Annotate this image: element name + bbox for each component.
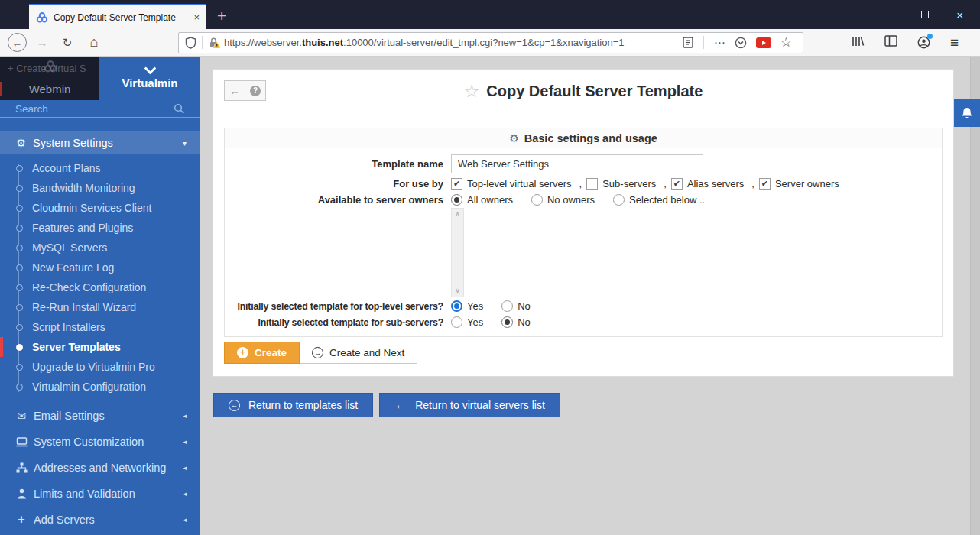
page-actions-icon[interactable]: ⋯: [714, 36, 725, 50]
available-to-owners-row: Available to server owners All owners No…: [225, 192, 942, 208]
system-settings-items: Account Plans Bandwidth Monitoring Cloud…: [0, 154, 200, 403]
create-and-next-button[interactable]: → Create and Next: [300, 342, 417, 364]
option-label: Top-level virtual servers: [467, 178, 572, 190]
initial-sub-servers-row: Initially selected template for sub-serv…: [225, 314, 942, 330]
arrow-right-circle-icon: →: [312, 347, 323, 358]
sidebar-item-features-and-plugins[interactable]: Features and Plugins: [0, 218, 200, 238]
sidebar-item-account-plans[interactable]: Account Plans: [0, 158, 200, 178]
return-to-virtual-servers-button[interactable]: ← Return to virtual servers list: [379, 393, 560, 417]
sidebar-item-virtualmin-configuration[interactable]: Virtualmin Configuration: [0, 377, 200, 397]
item-label: MySQL Servers: [32, 242, 107, 254]
browser-window: Copy Default Server Template – × + × ← →…: [0, 0, 980, 535]
return-to-templates-button[interactable]: ← Return to templates list: [213, 393, 373, 417]
sidebar-item-recheck-configuration[interactable]: Re-Check Configuration: [0, 277, 200, 297]
maximize-button[interactable]: [921, 11, 929, 18]
notifications-tab[interactable]: [954, 99, 980, 127]
item-label: Virtualmin Configuration: [32, 381, 146, 393]
sidebar-item-cloudmin-services-client[interactable]: Cloudmin Services Client: [0, 198, 200, 218]
option-label: Yes: [467, 300, 483, 312]
page-scrollbar[interactable]: [970, 57, 980, 535]
sidebar-item-mysql-servers[interactable]: MySQL Servers: [0, 238, 200, 258]
sidebar-item-server-templates[interactable]: Server Templates: [0, 337, 200, 357]
home-button[interactable]: ⌂: [83, 34, 105, 50]
panel-header: ← ? ☆ Copy Default Server Template: [213, 70, 953, 112]
footer-buttons: ← Return to templates list ← Return to v…: [213, 393, 954, 417]
section-header: ⚙ Basic settings and usage: [225, 128, 942, 148]
sidebar-item-rerun-install-wizard[interactable]: Re-Run Install Wizard: [0, 297, 200, 317]
forward-button[interactable]: →: [33, 36, 51, 49]
separator: ,: [664, 178, 667, 190]
create-button[interactable]: + Create: [224, 342, 300, 364]
initial-top-level-row: Initially selected template for top-leve…: [225, 298, 942, 314]
radio-no-owners[interactable]: No owners: [531, 194, 595, 206]
sidebar-item-addresses-and-networking[interactable]: Addresses and Networking ◂: [0, 455, 200, 481]
option-label: Sub-servers: [602, 178, 656, 190]
checkbox-sub-servers[interactable]: Sub-servers: [586, 178, 656, 190]
account-icon[interactable]: [917, 36, 930, 49]
option-label: Server owners: [775, 178, 839, 190]
radio-sub-no[interactable]: No: [501, 316, 531, 328]
scroll-up-icon[interactable]: ∧: [455, 211, 460, 218]
reader-view-icon[interactable]: [683, 37, 693, 48]
tab-close-icon[interactable]: ×: [193, 11, 200, 23]
favorite-star-icon[interactable]: ☆: [464, 81, 480, 102]
shield-icon[interactable]: [185, 37, 196, 49]
red-accent-sliver: [0, 82, 2, 96]
browser-tab[interactable]: Copy Default Server Template – ×: [29, 4, 206, 29]
caret-left-icon: ◂: [183, 438, 187, 446]
page-title: ☆ Copy Default Server Template: [213, 70, 953, 112]
return-templates-label: Return to templates list: [248, 399, 358, 411]
radio-icon: [451, 316, 462, 328]
sidebar-item-new-feature-log[interactable]: New Feature Log: [0, 258, 200, 277]
library-icon[interactable]: [851, 35, 865, 50]
radio-selected-below[interactable]: Selected below ..: [613, 194, 705, 206]
new-tab-button[interactable]: +: [217, 8, 226, 24]
template-form: Template name For use by ✔Top-level virt…: [225, 148, 942, 336]
section-title: Basic settings and usage: [524, 132, 657, 144]
checkbox-server-owners[interactable]: ✔Server owners: [759, 178, 839, 190]
youtube-icon[interactable]: [756, 37, 771, 48]
url-bar[interactable]: https://webserver.thuis.net:10000/virtua…: [178, 32, 803, 54]
radio-all-owners[interactable]: All owners: [451, 194, 513, 206]
sidebar-item-bandwidth-monitoring[interactable]: Bandwidth Monitoring: [0, 178, 200, 198]
owners-listbox-scrollbar[interactable]: ∧ ∨: [451, 208, 464, 297]
sidebar-item-limits-and-validation[interactable]: Limits and Validation ◂: [0, 481, 200, 507]
sidebar-item-upgrade-to-virtualmin-pro[interactable]: Upgrade to Virtualmin Pro: [0, 357, 200, 377]
bell-icon: [961, 107, 973, 120]
radio-top-level-yes[interactable]: Yes: [451, 300, 483, 312]
sidebar-item-system-settings[interactable]: ⚙ System Settings ▾: [0, 131, 200, 154]
sidebar-item-script-installers[interactable]: Script Installers: [0, 317, 200, 337]
sidebar-search[interactable]: Search: [0, 100, 200, 118]
reload-button[interactable]: ↻: [57, 36, 77, 50]
sidebar-item-add-servers[interactable]: + Add Servers ◂: [0, 507, 200, 533]
page-title-text: Copy Default Server Template: [486, 83, 703, 100]
checkbox-alias-servers[interactable]: ✔Alias servers: [671, 178, 744, 190]
menu-icon[interactable]: ≡: [950, 34, 959, 51]
sidebar-item-system-customization[interactable]: System Customization ◂: [0, 429, 200, 455]
close-button[interactable]: ×: [956, 9, 963, 21]
checkbox-top-level-virtual-servers[interactable]: ✔Top-level virtual servers: [451, 178, 572, 190]
template-name-input[interactable]: [451, 154, 703, 173]
bookmark-star-icon[interactable]: ☆: [780, 34, 792, 50]
scroll-down-icon[interactable]: ∨: [455, 287, 460, 294]
virtualmin-tab[interactable]: Virtualmin: [99, 57, 200, 100]
radio-sub-yes[interactable]: Yes: [451, 316, 483, 328]
help-button[interactable]: ?: [245, 80, 266, 101]
sidebar-toggle-icon[interactable]: [884, 35, 897, 50]
item-label: Account Plans: [32, 162, 101, 174]
minimize-button[interactable]: [884, 15, 894, 15]
back-page-button[interactable]: ←: [224, 80, 245, 101]
lock-warning-icon[interactable]: [208, 37, 221, 49]
webmin-favicon-icon: [36, 11, 48, 24]
url-host: thuis.net: [302, 37, 343, 48]
back-button[interactable]: ←: [8, 33, 27, 52]
item-label: New Feature Log: [32, 261, 114, 274]
template-name-row: Template name: [225, 151, 942, 176]
radio-top-level-no[interactable]: No: [501, 300, 531, 312]
search-placeholder: Search: [15, 103, 48, 115]
webmin-tab[interactable]: + Create Virtual S Webmin: [0, 57, 99, 100]
option-label: Selected below ..: [629, 194, 705, 206]
sidebar-item-email-settings[interactable]: ✉ Email Settings ◂: [0, 403, 200, 429]
pocket-icon[interactable]: [735, 37, 747, 49]
option-label: Yes: [467, 316, 483, 328]
